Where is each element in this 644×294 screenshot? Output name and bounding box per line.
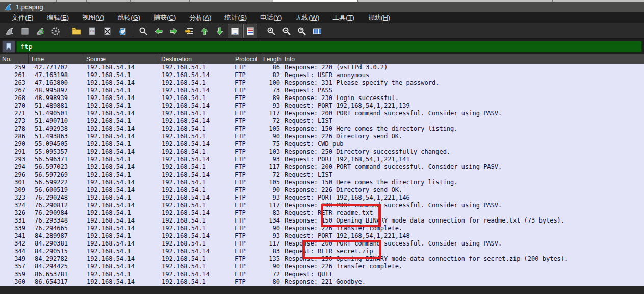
packet-row[interactable]: 34284.290381192.168.54.14192.168.54.1FTP… [0,240,644,248]
packet-info: Request: PASS [282,87,644,94]
save-file-icon[interactable]: 010 [85,24,99,38]
packet-length: 75 [261,140,282,148]
go-forward-icon[interactable] [167,24,181,38]
column-header-time[interactable]: Time [29,54,84,64]
packet-destination: 192.168.54.14 [159,156,233,163]
packet-row[interactable]: 33976.294665192.168.54.14192.168.54.1FTP… [0,225,644,232]
packet-destination: 192.168.54.1 [159,186,233,194]
packet-list[interactable]: 25942.771702192.168.54.14192.168.54.1FTP… [0,64,644,286]
packet-info: Request: USER anonymous [282,71,644,79]
menu-item-H[interactable]: 帮助(H) [361,12,397,23]
packet-no: 278 [0,125,29,133]
packet-row[interactable]: 29456.597023192.168.54.14192.168.54.1FTP… [0,163,644,171]
column-header-length[interactable]: Length [261,54,282,64]
zoom-original-icon[interactable] [295,24,309,38]
packet-row[interactable]: 27851.492938192.168.54.14192.168.54.1FTP… [0,125,644,133]
colorize-icon[interactable] [243,24,257,38]
packet-row[interactable]: 25942.771702192.168.54.14192.168.54.1FTP… [0,64,644,71]
packet-no: 360 [0,278,29,286]
capture-options-icon[interactable] [48,24,63,38]
menu-item-Y[interactable]: 电话(Y) [253,12,289,23]
filter-bookmark-button[interactable] [2,40,15,53]
go-to-packet-icon[interactable] [182,24,196,38]
go-back-icon[interactable] [151,24,166,38]
packet-row[interactable]: 29155.095357192.168.54.14192.168.54.1FTP… [0,148,644,156]
menu-item-V[interactable]: 视图(V) [75,12,111,23]
packet-row[interactable]: 34484.290515192.168.54.1192.168.54.14FTP… [0,248,644,255]
packet-row[interactable]: 26347.163800192.168.54.14192.168.54.1FTP… [0,79,644,87]
column-header-info[interactable]: Info [282,54,644,64]
packet-protocol: FTP [233,148,261,156]
display-filter-input[interactable]: ftp [16,41,642,52]
packet-row[interactable]: 26147.163198192.168.54.1192.168.54.14FTP… [0,71,644,79]
packet-row[interactable]: 29055.094505192.168.54.1192.168.54.14FTP… [0,140,644,148]
packet-length: 90 [261,186,282,194]
main-toolbar: 010 [0,23,644,39]
zoom-out-icon[interactable] [279,24,294,38]
go-first-packet-icon[interactable] [197,24,212,38]
find-packet-icon[interactable] [136,24,150,38]
packet-source: 192.168.54.1 [84,117,159,125]
packet-row[interactable]: 29656.597269192.168.54.1192.168.54.14FTP… [0,171,644,179]
packet-row[interactable]: 34984.292782192.168.54.14192.168.54.1FTP… [0,255,644,263]
packet-row[interactable]: 34184.289987192.168.54.1192.168.54.14FTP… [0,232,644,240]
packet-destination: 192.168.54.1 [159,64,233,71]
close-file-icon[interactable] [100,24,114,38]
menu-item-E[interactable]: 编辑(E) [40,12,75,23]
packet-row[interactable]: 30156.599222192.168.54.14192.168.54.1FTP… [0,179,644,186]
packet-time: 56.600519 [29,186,84,194]
menu-item-T[interactable]: 工具(T) [326,12,361,23]
packet-row[interactable]: 35986.653781192.168.54.1192.168.54.14FTP… [0,271,644,278]
capture-start-icon[interactable] [3,24,17,38]
packet-row[interactable]: 32476.290812192.168.54.14192.168.54.1FTP… [0,202,644,209]
packet-length: 117 [261,163,282,171]
packet-no: 293 [0,156,29,163]
packet-destination: 192.168.54.14 [159,71,233,79]
packet-source: 192.168.54.14 [84,217,159,225]
packet-row[interactable]: 32376.290248192.168.54.1192.168.54.14FTP… [0,194,644,202]
packet-row[interactable]: 27151.490501192.168.54.14192.168.54.1FTP… [0,110,644,117]
packet-info: Request: RETR secret.zip [282,248,644,255]
capture-stop-icon[interactable] [18,24,32,38]
packet-row[interactable]: 30956.600519192.168.54.14192.168.54.1FTP… [0,186,644,194]
packet-row[interactable]: 28651.493863192.168.54.14192.168.54.1FTP… [0,133,644,140]
menu-item-W[interactable]: 无线(W) [289,12,326,23]
reload-file-icon[interactable] [115,24,130,38]
resize-columns-icon[interactable] [310,24,324,38]
menu-item-C[interactable]: 捕获(C) [147,12,183,23]
packet-time: 42.771702 [29,64,84,71]
packet-row[interactable]: 26848.998939192.168.54.14192.168.54.1FTP… [0,94,644,102]
go-last-packet-icon[interactable] [213,24,227,38]
menu-item-A[interactable]: 分析(A) [183,12,218,23]
packet-row[interactable]: 27351.490710192.168.54.1192.168.54.14FTP… [0,117,644,125]
packet-length: 117 [261,240,282,248]
column-header-protocol[interactable]: Protocol [233,54,261,64]
packet-row[interactable]: 36086.654317192.168.54.14192.168.54.1FTP… [0,278,644,286]
zoom-in-icon[interactable] [264,24,278,38]
packet-protocol: FTP [233,87,261,94]
column-header-destination[interactable]: Destination [159,54,233,64]
packet-time: 84.292782 [29,255,84,263]
menu-item-F[interactable]: 文件(F) [5,12,40,23]
packet-row[interactable]: 33176.293348192.168.54.14192.168.54.1FTP… [0,217,644,225]
packet-row[interactable]: 32676.290984192.168.54.1192.168.54.14FTP… [0,209,644,217]
menu-item-S[interactable]: 统计(S) [218,12,253,23]
open-file-icon[interactable] [69,24,84,38]
packet-row[interactable]: 26748.995897192.168.54.1192.168.54.14FTP… [0,87,644,94]
packet-source: 192.168.54.14 [84,133,159,140]
packet-row[interactable]: 27051.489881192.168.54.1192.168.54.14FTP… [0,102,644,110]
packet-time: 84.290515 [29,248,84,255]
packet-row[interactable]: 35784.294425192.168.54.14192.168.54.1FTP… [0,263,644,271]
column-header-source[interactable]: Source [84,54,159,64]
auto-scroll-icon[interactable] [228,24,242,38]
packet-destination: 192.168.54.1 [159,163,233,171]
packet-row[interactable]: 29356.596371192.168.54.1192.168.54.14FTP… [0,156,644,163]
column-header-no[interactable]: No. [0,54,29,64]
capture-restart-icon[interactable] [33,24,47,38]
packet-info: Response: 200 PORT command successful. C… [282,202,644,209]
packet-no: 357 [0,263,29,271]
packet-no: 341 [0,232,29,240]
packet-length: 82 [261,71,282,79]
packet-no: 323 [0,194,29,202]
menu-item-G[interactable]: 跳转(G) [111,12,147,23]
